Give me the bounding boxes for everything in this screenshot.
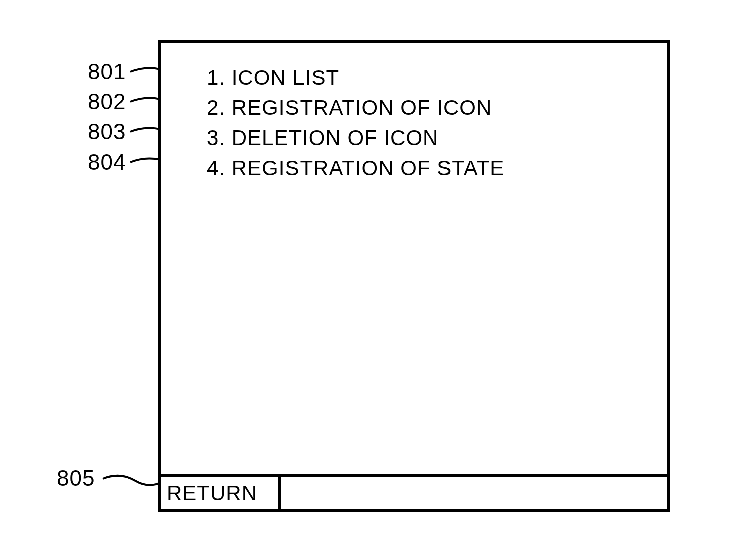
menu-item-number: 2. [207, 96, 225, 119]
menu-item-registration-state[interactable]: 4. REGISTRATION OF STATE [207, 153, 667, 183]
screen-frame: 1. ICON LIST 2. REGISTRATION OF ICON 3. … [158, 40, 670, 512]
menu-item-registration-icon[interactable]: 2. REGISTRATION OF ICON [207, 93, 667, 123]
menu-item-label: REGISTRATION OF STATE [232, 156, 505, 180]
callout-803: 803 [88, 119, 126, 145]
connector-805 [103, 472, 163, 492]
menu-item-label: DELETION OF ICON [232, 126, 439, 150]
callout-804: 804 [88, 150, 126, 175]
menu-list: 1. ICON LIST 2. REGISTRATION OF ICON 3. … [161, 43, 667, 183]
bottom-bar [281, 474, 667, 509]
menu-item-label: ICON LIST [232, 66, 339, 89]
menu-item-deletion-icon[interactable]: 3. DELETION OF ICON [207, 123, 667, 153]
callout-805: 805 [57, 466, 95, 491]
return-button[interactable]: RETURN [161, 474, 281, 509]
callout-801: 801 [88, 59, 126, 84]
menu-item-number: 4. [207, 156, 225, 180]
menu-item-icon-list[interactable]: 1. ICON LIST [207, 63, 667, 93]
return-button-label: RETURN [167, 481, 257, 505]
menu-item-number: 1. [207, 66, 225, 89]
callout-802: 802 [88, 89, 126, 114]
menu-item-number: 3. [207, 126, 225, 150]
menu-item-label: REGISTRATION OF ICON [232, 96, 492, 119]
